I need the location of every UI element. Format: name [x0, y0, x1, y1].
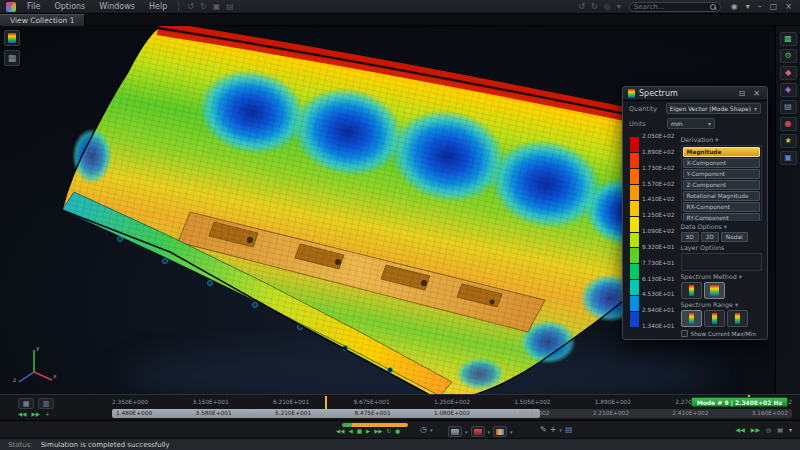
jump-start-button[interactable]: ◀◀	[336, 429, 344, 435]
dropdown-caret-icon[interactable]: ▾	[744, 2, 752, 11]
colorbar	[630, 137, 639, 327]
spectrum-method-header[interactable]: Spectrum Method ▾	[681, 273, 763, 280]
menu-windows[interactable]: Windows	[96, 2, 138, 11]
data-options-header[interactable]: Data Options ▾	[681, 223, 763, 230]
table-view-icon[interactable]: ▦	[18, 398, 34, 409]
control-right-icons: ◀◀▶▶◎▤▾	[736, 427, 792, 433]
record-button[interactable]: ●	[395, 429, 400, 435]
step-forward-button[interactable]: ▶▶	[374, 429, 382, 435]
restore-button[interactable]: ▢	[768, 2, 780, 11]
list-view-icon[interactable]: ▥	[38, 398, 54, 409]
data-option-button[interactable]: 2D	[701, 232, 719, 242]
derivation-option[interactable]: X-Component	[683, 158, 761, 168]
spectrum-method-banded-button[interactable]	[704, 282, 725, 299]
stop-button[interactable]: ■	[357, 429, 362, 435]
step-back-button[interactable]: ◀	[348, 429, 352, 435]
derivation-option[interactable]: Magnitude	[683, 147, 761, 157]
panels-icon[interactable]: ▣	[213, 2, 221, 11]
data-option-button[interactable]: Nodal	[721, 232, 748, 242]
play-button[interactable]: ▶	[366, 429, 370, 435]
chevron-down-icon[interactable]: ▾	[510, 429, 513, 435]
wireframe-display-button[interactable]	[448, 426, 462, 437]
contour-display-button[interactable]	[471, 426, 485, 437]
show-current-max-min-checkbox[interactable]	[681, 330, 688, 337]
grid-view-button[interactable]: ▦	[4, 50, 20, 66]
timeline-lower-ticks: 1.480E+0003.580E+0015.210E+0018.475E+001…	[112, 410, 792, 416]
material-icon[interactable]: ◆	[780, 66, 797, 80]
undo-icon[interactable]: ↺	[187, 2, 194, 11]
colorbar-label: 1.250E+02	[642, 213, 675, 219]
tab-view-collection[interactable]: View Collection 1	[0, 14, 85, 26]
derivation-option[interactable]: RY-Component	[683, 213, 761, 221]
timeline-scrubber[interactable]: 1.480E+0003.580E+0015.210E+0018.475E+001…	[112, 409, 792, 418]
spectrum-panel-header[interactable]: Spectrum ⊟ ✕	[623, 87, 767, 101]
playhead-marker[interactable]	[325, 396, 327, 409]
derivation-option[interactable]: Y-Component	[683, 169, 761, 179]
minimize-button[interactable]: –	[756, 2, 764, 11]
derivation-option[interactable]: Z-Component	[683, 180, 761, 190]
menu-file[interactable]: File	[24, 2, 43, 11]
data-options-label: Data Options	[681, 223, 722, 230]
next-result-button[interactable]: ▶▶	[751, 427, 760, 433]
chevron-down-icon[interactable]: ▾	[430, 427, 433, 433]
next-mode-button[interactable]: ▶▶	[31, 412, 39, 418]
display-monitor-icon[interactable]: ▤	[780, 100, 797, 114]
units-select[interactable]: mm ▾	[667, 118, 715, 129]
results-sphere-icon[interactable]: ●	[780, 117, 797, 131]
derivation-header[interactable]: Derivation ▾	[681, 136, 763, 143]
menu-help[interactable]: Help	[146, 2, 170, 11]
add-marker-button[interactable]: +	[45, 412, 50, 418]
viewport-3d[interactable]: ▦ ▩⚙◆◈▤●★▣ y x z Spectrum ⊟ ✕ Quantity	[0, 26, 800, 394]
tab-bar: View Collection 1	[0, 14, 800, 26]
colorbar-label: 7.730E+01	[642, 261, 675, 267]
spectrum-range-header[interactable]: Spectrum Range ▾	[681, 301, 763, 308]
render-display-button[interactable]	[493, 426, 507, 437]
close-button[interactable]: ×	[783, 2, 794, 11]
derivation-option[interactable]: Rotational Magnitude	[683, 191, 761, 201]
progress-done	[342, 423, 352, 427]
quantity-select[interactable]: Eigen Vector (Mode Shape) ▾	[666, 103, 761, 114]
settings-gear-icon[interactable]: ⚙	[780, 49, 797, 63]
add-icon[interactable]: +	[550, 426, 557, 434]
prev-result-button[interactable]: ◀◀	[736, 427, 745, 433]
layer-options-header[interactable]: Layer Options	[681, 244, 763, 251]
panel-pin-button[interactable]: ⊟	[737, 89, 748, 98]
target-icon[interactable]: ◎	[766, 427, 771, 433]
prev-mode-button[interactable]: ◀◀	[18, 412, 26, 418]
sync-back-icon[interactable]: ↺	[578, 2, 585, 11]
pencil-icon[interactable]: ✎	[540, 426, 547, 434]
spectrum-method-smooth-button[interactable]	[681, 282, 702, 299]
chevron-down-icon[interactable]: ▾	[488, 429, 491, 435]
connections-icon[interactable]: ◈	[780, 83, 797, 97]
layout-icon[interactable]: ▤	[226, 2, 234, 11]
timeline-nav-buttons: ◀◀▶▶+	[18, 412, 50, 418]
camera-view-icon[interactable]: ▣	[780, 151, 797, 165]
colorbar-segment	[630, 280, 639, 295]
mesh-cube-icon[interactable]: ▩	[780, 32, 797, 46]
spectrum-range-custom-button[interactable]	[727, 310, 748, 327]
spectrum-range-auto-button[interactable]	[681, 310, 702, 327]
loop-button[interactable]: ↻	[387, 429, 392, 435]
menu-options[interactable]: Options	[51, 2, 88, 11]
user-menu-icon[interactable]: ◉	[729, 2, 740, 11]
sync-icon[interactable]: ↻	[591, 2, 598, 11]
spectrum-toggle-button[interactable]	[4, 30, 20, 46]
display-icon	[474, 429, 482, 435]
chevron-down-icon[interactable]: ▾	[465, 429, 468, 435]
panel-toggle-icon[interactable]: ▤	[777, 427, 783, 433]
animation-progress-bar[interactable]	[342, 423, 408, 427]
more-caret-icon[interactable]: ▾	[789, 427, 792, 433]
redo-icon[interactable]: ↻	[200, 2, 207, 11]
more-caret-icon[interactable]: ▾	[617, 2, 621, 11]
spectrum-range-fixed-button[interactable]	[704, 310, 725, 327]
keyboard-icon[interactable]: ▤	[565, 426, 573, 434]
clock-icon[interactable]: ◷	[420, 426, 427, 434]
search-input[interactable]: Search...	[629, 2, 721, 12]
derivation-option[interactable]: RX-Component	[683, 202, 761, 212]
chevron-down-icon[interactable]: ▾	[559, 427, 562, 433]
panel-close-button[interactable]: ✕	[751, 89, 762, 98]
highlight-star-icon[interactable]: ★	[780, 134, 797, 148]
grid-icon: ▦	[8, 54, 17, 63]
data-option-button[interactable]: 3D	[681, 232, 699, 242]
target-icon[interactable]: ◎	[604, 2, 611, 11]
